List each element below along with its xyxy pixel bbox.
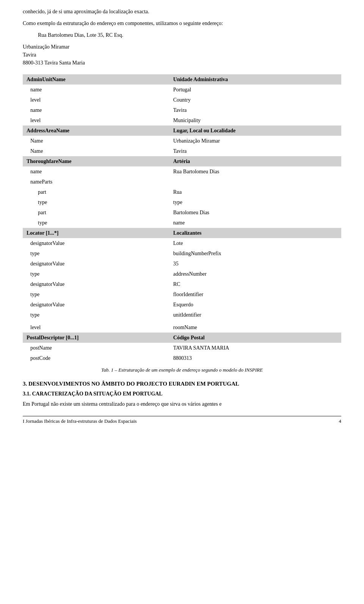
table-row: designatorValue35 xyxy=(23,259,341,269)
table-cell-col1: type xyxy=(23,197,169,207)
table-cell-col1: PostalDescriptor [0...1] xyxy=(23,333,169,343)
table-cell-col2: Localizantes xyxy=(169,228,341,238)
table-cell-col1: AdminUnitName xyxy=(23,74,169,85)
table-cell-col1: AddressAreaName xyxy=(23,126,169,136)
table-row: NameUrbanização Miramar xyxy=(23,136,341,146)
table-cell-col2: Urbanização Miramar xyxy=(169,136,341,146)
table-cell-col2: floorIdentifier xyxy=(169,289,341,300)
table-cell-col1: name xyxy=(23,105,169,115)
table-cell-col1: designatorValue xyxy=(23,238,169,248)
table-cell-col2: Artéria xyxy=(169,156,341,166)
table-cell-col2: Lugar, Local ou Localidade xyxy=(169,126,341,136)
table-cell-col2: Portugal xyxy=(169,85,341,95)
table-cell-col1: type xyxy=(23,269,169,279)
table-row: partRua xyxy=(23,187,341,197)
table-caption: Tab. 1 – Estruturação de um exemplo de e… xyxy=(23,367,341,373)
table-row: namePortugal xyxy=(23,85,341,95)
table-row: Locator [1...*]Localizantes xyxy=(23,228,341,238)
table-cell-col1: designatorValue xyxy=(23,300,169,310)
table-cell-col2: buildingNumberPrefix xyxy=(169,248,341,259)
table-row: PostalDescriptor [0...1]Código Postal xyxy=(23,333,341,343)
table-row: NameTavira xyxy=(23,146,341,156)
table-cell-col1: ThoroughfareName xyxy=(23,156,169,166)
table-cell-col2: Country xyxy=(169,95,341,105)
table-row: levelCountry xyxy=(23,95,341,105)
address-line1: Urbanização Miramar xyxy=(23,43,341,51)
table-row: typeunitIdentifier xyxy=(23,310,341,320)
table-cell-col2: Código Postal xyxy=(169,333,341,343)
example-address: Rua Bartolomeu Dias, Lote 35, RC Esq. xyxy=(38,31,341,39)
table-cell-col1: Name xyxy=(23,146,169,156)
table-row: partBartolomeu Dias xyxy=(23,207,341,218)
table-cell-col2: name xyxy=(169,218,341,228)
table-cell-col2 xyxy=(169,177,341,187)
table-cell-col2: Municipality xyxy=(169,115,341,126)
table-row: AdminUnitNameUnidade Administrativa xyxy=(23,74,341,85)
address-structure-table: AdminUnitNameUnidade AdministrativanameP… xyxy=(23,74,341,363)
page-footer: I Jornadas Ibéricas de Infra-estruturas … xyxy=(23,416,341,424)
table-cell-col2: RC xyxy=(169,279,341,289)
table-cell-col1: Name xyxy=(23,136,169,146)
table-cell-col1: designatorValue xyxy=(23,279,169,289)
table-cell-col1: level xyxy=(23,95,169,105)
table-row: typename xyxy=(23,218,341,228)
table-row: AddressAreaNameLugar, Local ou Localidad… xyxy=(23,126,341,136)
table-row: typeaddressNumber xyxy=(23,269,341,279)
table-row: postCode8800313 xyxy=(23,353,341,363)
table-cell-col2: Unidade Administrativa xyxy=(169,74,341,85)
table-cell-col1: type xyxy=(23,289,169,300)
table-cell-col2: roomName xyxy=(169,322,341,333)
address-line3: 8800-313 Tavira Santa Maria xyxy=(23,59,341,67)
table-cell-col1: type xyxy=(23,248,169,259)
table-cell-col1: type xyxy=(23,218,169,228)
table-row: typefloorIdentifier xyxy=(23,289,341,300)
table-cell-col1: nameParts xyxy=(23,177,169,187)
address-line2: Tavira xyxy=(23,51,341,59)
section3-heading: 3. DESENVOLVIMENTOS NO ÂMBITO DO PROJECT… xyxy=(23,381,341,387)
table-cell-col1: type xyxy=(23,310,169,320)
footer-left: I Jornadas Ibéricas de Infra-estruturas … xyxy=(23,418,137,424)
table-cell-col1: level xyxy=(23,115,169,126)
table-cell-col2: 35 xyxy=(169,259,341,269)
table-row: nameTavira xyxy=(23,105,341,115)
table-cell-col2: type xyxy=(169,197,341,207)
table-cell-col1: name xyxy=(23,85,169,95)
table-row: ThoroughfareNameArtéria xyxy=(23,156,341,166)
table-row: postNameTAVIRA SANTA MARIA xyxy=(23,343,341,353)
table-row: designatorValueLote xyxy=(23,238,341,248)
footer-right: 4 xyxy=(339,418,342,424)
intro-line1: conhecido, já de si uma aproximação da l… xyxy=(23,8,341,16)
table-row: typetype xyxy=(23,197,341,207)
table-cell-col2: unitIdentifier xyxy=(169,310,341,320)
table-cell-col1: postName xyxy=(23,343,169,353)
table-cell-col1: part xyxy=(23,207,169,218)
table-row: levelMunicipality xyxy=(23,115,341,126)
table-cell-col2: TAVIRA SANTA MARIA xyxy=(169,343,341,353)
table-cell-col2: 8800313 xyxy=(169,353,341,363)
table-cell-col1: Locator [1...*] xyxy=(23,228,169,238)
table-row: nameRua Bartolomeu Dias xyxy=(23,166,341,177)
table-row: designatorValueEsquerdo xyxy=(23,300,341,310)
table-row: typebuildingNumberPrefix xyxy=(23,248,341,259)
table-cell-col2: Rua Bartolomeu Dias xyxy=(169,166,341,177)
address-block: Urbanização Miramar Tavira 8800-313 Tavi… xyxy=(23,43,341,67)
table-cell-col2: Bartolomeu Dias xyxy=(169,207,341,218)
table-cell-col1: postCode xyxy=(23,353,169,363)
section3-subheading: 3.1. CARACTERIZAÇÃO DA SITUAÇÃO EM PORTU… xyxy=(23,391,341,397)
table-row: levelroomName xyxy=(23,322,341,333)
table-cell-col2: Esquerdo xyxy=(169,300,341,310)
table-cell-col1: level xyxy=(23,322,169,333)
section3-body: Em Portugal não existe um sistema centra… xyxy=(23,400,341,408)
table-cell-col2: addressNumber xyxy=(169,269,341,279)
table-cell-col2: Lote xyxy=(169,238,341,248)
table-cell-col2: Rua xyxy=(169,187,341,197)
table-cell-col1: part xyxy=(23,187,169,197)
table-cell-col1: name xyxy=(23,166,169,177)
table-row: designatorValueRC xyxy=(23,279,341,289)
page: conhecido, já de si uma aproximação da l… xyxy=(0,0,364,432)
table-cell-col1: designatorValue xyxy=(23,259,169,269)
table-row: nameParts xyxy=(23,177,341,187)
table-cell-col2: Tavira xyxy=(169,146,341,156)
table-cell-col2: Tavira xyxy=(169,105,341,115)
intro-line2: Como exemplo da estruturação do endereço… xyxy=(23,19,341,27)
